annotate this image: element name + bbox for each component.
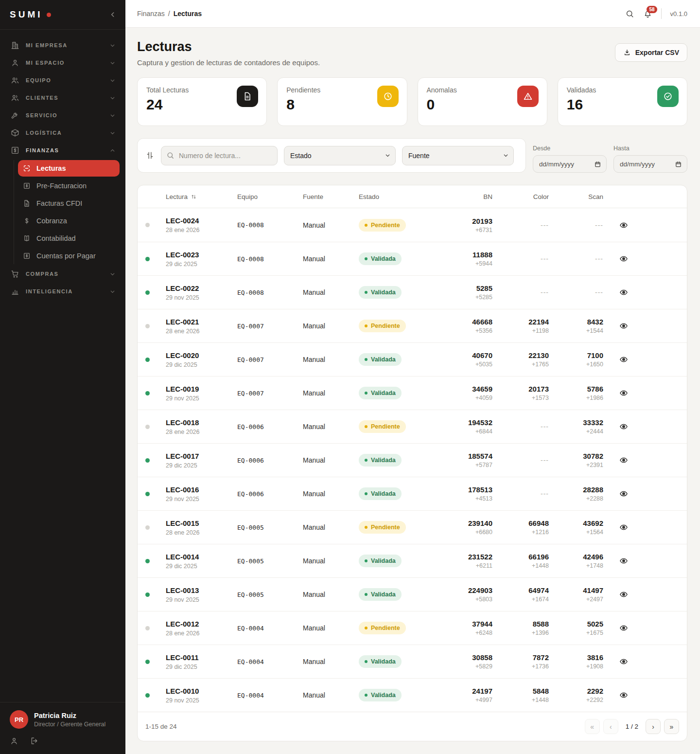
clock-icon bbox=[377, 86, 399, 107]
row-fuente: Manual bbox=[303, 456, 359, 464]
view-row-button[interactable] bbox=[616, 621, 631, 635]
sidebar-item-cuentas-por-pagar[interactable]: Cuentas por Pagar bbox=[18, 248, 120, 264]
sidebar-item-servicio[interactable]: SERVICIO bbox=[6, 107, 120, 124]
row-status-dot bbox=[145, 492, 150, 496]
row-fuente: Manual bbox=[303, 658, 359, 665]
sidebar-item-pre-facturacion[interactable]: Pre-Facturacion bbox=[18, 178, 120, 194]
cell-scan: 2292 +2292 bbox=[549, 687, 603, 703]
sidebar-header: SUMI bbox=[0, 0, 125, 30]
stat-card-pendientes: Pendientes 8 bbox=[277, 77, 407, 126]
eye-icon bbox=[619, 489, 628, 498]
sidebar-item-cobranza[interactable]: Cobranza bbox=[18, 213, 120, 229]
cell-scan: 43692 +1564 bbox=[549, 519, 603, 536]
eye-icon bbox=[619, 389, 628, 397]
cell-bn: 20193 +6731 bbox=[429, 217, 492, 233]
table-header: Lectura Equipo Fuente Estado BN Color Sc… bbox=[138, 185, 687, 208]
cell-bn: 185574 +5787 bbox=[429, 452, 492, 468]
sidebar-item-logistica[interactable]: LOGÍSTICA bbox=[6, 124, 120, 142]
view-row-button[interactable] bbox=[616, 554, 631, 568]
export-csv-button[interactable]: Exportar CSV bbox=[615, 43, 687, 62]
sidebar-item-lecturas[interactable]: Lecturas bbox=[18, 160, 120, 177]
row-status-dot bbox=[145, 693, 150, 698]
view-row-button[interactable] bbox=[616, 654, 631, 669]
table-row: LEC-0017 29 dic 2025 EQ-0006 Manual Vali… bbox=[138, 443, 687, 477]
row-equipo: EQ-0007 bbox=[237, 356, 303, 363]
cell-color: --- bbox=[492, 288, 549, 297]
page-indicator: 1 / 2 bbox=[626, 723, 638, 730]
status-badge-label: Pendiente bbox=[371, 625, 400, 631]
cell-bn: 40670 +5035 bbox=[429, 351, 492, 368]
row-date: 29 dic 2025 bbox=[166, 664, 237, 670]
profile-icon[interactable] bbox=[10, 736, 18, 745]
avatar: PR bbox=[10, 710, 28, 729]
breadcrumb-parent[interactable]: Finanzas bbox=[137, 10, 165, 18]
sidebar-item-equipo[interactable]: EQUIPO bbox=[6, 72, 120, 89]
sidebar-item-mi-espacio[interactable]: MI ESPACIO bbox=[6, 54, 120, 72]
view-row-button[interactable] bbox=[616, 285, 631, 300]
invoice-icon bbox=[23, 182, 31, 190]
column-header-lectura[interactable]: Lectura bbox=[157, 193, 237, 200]
search-input[interactable] bbox=[161, 146, 278, 165]
status-badge: Pendiente bbox=[359, 622, 406, 634]
status-dot-icon bbox=[365, 492, 368, 495]
row-status-dot bbox=[145, 257, 150, 261]
breadcrumb: Finanzas / Lecturas bbox=[137, 10, 202, 18]
chevron-left-icon bbox=[109, 11, 117, 18]
column-header-color: Color bbox=[492, 193, 549, 200]
view-row-button[interactable] bbox=[616, 251, 631, 266]
cell-color: --- bbox=[492, 422, 549, 431]
row-id: LEC-0020 bbox=[166, 351, 237, 359]
row-equipo: EQ-0006 bbox=[237, 423, 303, 431]
column-header-fuente: Fuente bbox=[303, 193, 359, 200]
sidebar-collapse-button[interactable] bbox=[109, 11, 117, 18]
sidebar-item-finanzas[interactable]: FINANZAS bbox=[6, 142, 120, 159]
fuente-select[interactable]: Fuente bbox=[402, 146, 514, 165]
prev-page-button[interactable]: ‹ bbox=[603, 719, 618, 734]
status-badge-label: Pendiente bbox=[371, 524, 400, 531]
table-row: LEC-0015 28 ene 2026 EQ-0005 Manual Pend… bbox=[138, 510, 687, 544]
view-row-button[interactable] bbox=[616, 486, 631, 501]
row-date: 29 nov 2025 bbox=[166, 395, 237, 402]
view-row-button[interactable] bbox=[616, 520, 631, 535]
hasta-date-input[interactable]: dd/mm/yyyy bbox=[613, 155, 687, 173]
search-icon[interactable] bbox=[625, 9, 634, 18]
eye-icon bbox=[619, 456, 628, 465]
cell-scan: 41497 +2497 bbox=[549, 586, 603, 603]
row-fuente: Manual bbox=[303, 389, 359, 397]
user-profile[interactable]: PR Patricia Ruiz Director / Gerente Gene… bbox=[10, 710, 116, 729]
estado-select[interactable]: Estado bbox=[284, 146, 396, 165]
cell-scan: 28288 +2288 bbox=[549, 485, 603, 502]
notifications-bell-icon[interactable]: 58 bbox=[643, 9, 652, 18]
status-badge-label: Validada bbox=[371, 490, 396, 497]
last-page-button[interactable]: » bbox=[664, 719, 679, 734]
table-row: LEC-0016 29 nov 2025 EQ-0006 Manual Vali… bbox=[138, 477, 687, 510]
row-id: LEC-0016 bbox=[166, 485, 237, 494]
view-row-button[interactable] bbox=[616, 218, 631, 233]
view-row-button[interactable] bbox=[616, 419, 631, 434]
next-page-button[interactable]: › bbox=[646, 719, 661, 734]
cell-color: 22130 +1765 bbox=[492, 351, 549, 368]
view-row-button[interactable] bbox=[616, 386, 631, 400]
status-badge-label: Validada bbox=[371, 692, 396, 699]
eye-icon bbox=[619, 254, 628, 263]
cell-bn: 37944 +6248 bbox=[429, 620, 492, 636]
row-date: 29 nov 2025 bbox=[166, 496, 237, 503]
view-row-button[interactable] bbox=[616, 453, 631, 467]
first-page-button[interactable]: « bbox=[585, 719, 600, 734]
view-row-button[interactable] bbox=[616, 319, 631, 333]
cell-bn: 30858 +5829 bbox=[429, 653, 492, 670]
sidebar-item-inteligencia[interactable]: INTELIGENCIA bbox=[6, 283, 120, 300]
sidebar-item-clientes[interactable]: CLIENTES bbox=[6, 89, 120, 107]
sidebar-item-compras[interactable]: COMPRAS bbox=[6, 265, 120, 283]
view-row-button[interactable] bbox=[616, 352, 631, 367]
row-id: LEC-0013 bbox=[166, 586, 237, 594]
logout-icon[interactable] bbox=[30, 736, 39, 745]
user-role: Director / Gerente General bbox=[34, 721, 105, 728]
sidebar-item-contabilidad[interactable]: Contabilidad bbox=[18, 230, 120, 247]
sidebar-item-facturas-cfdi[interactable]: Facturas CFDI bbox=[18, 195, 120, 212]
breadcrumb-separator: / bbox=[168, 10, 170, 18]
sidebar-item-mi-empresa[interactable]: MI EMPRESA bbox=[6, 36, 120, 54]
view-row-button[interactable] bbox=[616, 587, 631, 602]
view-row-button[interactable] bbox=[616, 688, 631, 702]
desde-date-input[interactable]: dd/mm/yyyy bbox=[533, 155, 607, 173]
